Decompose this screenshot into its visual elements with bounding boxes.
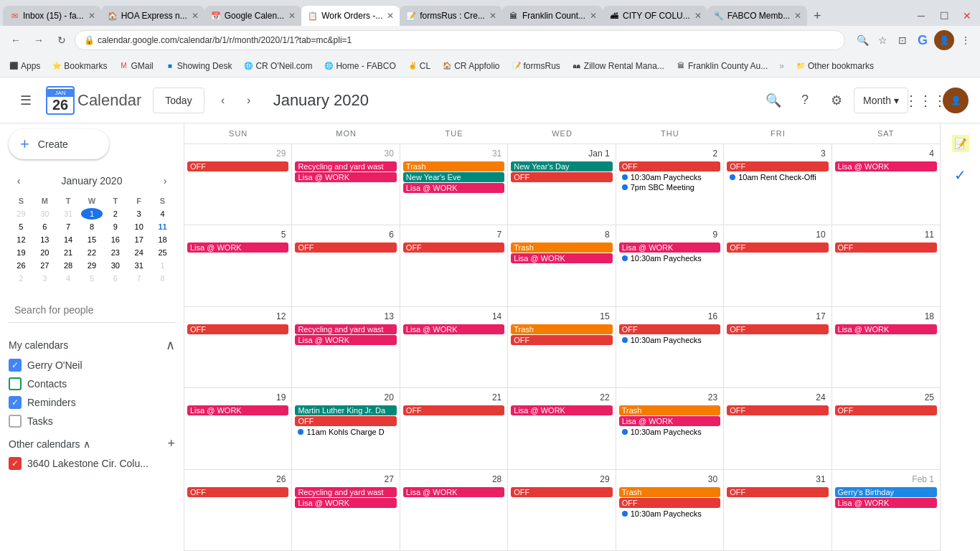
event-paychecks-jan30[interactable]: 10:30am Paychecks	[619, 509, 720, 519]
event-off-jan10[interactable]: OFF	[727, 242, 828, 253]
day-cell-jan20[interactable]: 20 Martin Luther King Jr. Da OFF 11am Ko…	[292, 388, 400, 468]
mini-day-6[interactable]: 6	[34, 221, 56, 232]
mini-day-27[interactable]: 27	[34, 260, 56, 271]
mini-day-23[interactable]: 23	[104, 247, 126, 258]
day-cell-jan24[interactable]: 24 OFF	[724, 388, 831, 468]
mini-day-5[interactable]: 5	[10, 221, 32, 232]
event-off-jan20[interactable]: OFF	[295, 416, 396, 426]
lens-icon[interactable]: 🔍	[854, 32, 871, 49]
side-panel-check-button[interactable]: ✓	[946, 161, 975, 189]
mini-day-7o[interactable]: 7	[128, 273, 150, 284]
bookmark-showingdesk[interactable]: ■ Showing Desk	[162, 60, 235, 72]
event-recycling-jan13[interactable]: Recycling and yard wast	[295, 324, 396, 334]
event-trash-dec31[interactable]: Trash	[403, 161, 504, 171]
day-cell-jan1[interactable]: Jan 1 New Year's Day OFF	[508, 144, 616, 225]
back-button[interactable]: ←	[6, 30, 26, 50]
day-cell-jan16[interactable]: 16 OFF 10:30am Paychecks	[616, 307, 724, 387]
bookmark-franklin[interactable]: 🏛 Franklin County Au...	[673, 60, 771, 72]
day-cell-jan25[interactable]: 25 OFF	[832, 388, 940, 468]
bookmark-apps[interactable]: ⬛ Apps	[6, 60, 43, 72]
prev-month-button[interactable]: ‹	[210, 88, 236, 113]
event-off-jan15[interactable]: OFF	[511, 335, 612, 345]
mini-day-28[interactable]: 28	[57, 260, 80, 271]
cal-item-reminders[interactable]: ✓ Reminders	[9, 393, 175, 412]
mini-day-30o[interactable]: 30	[34, 208, 56, 220]
day-cell-jan18[interactable]: 18 Lisa @ WORK	[832, 307, 940, 387]
settings-button[interactable]: ⚙	[822, 86, 851, 115]
event-off-jan3[interactable]: OFF	[727, 161, 828, 171]
event-off-jan1[interactable]: OFF	[511, 172, 612, 182]
event-paychecks-jan16[interactable]: 10:30am Paychecks	[619, 335, 720, 345]
mini-prev-button[interactable]: ‹	[9, 171, 29, 191]
day-cell-dec31[interactable]: 31 Trash New Year's Eve Lisa @ WORK	[400, 144, 508, 225]
event-off-jan11[interactable]: OFF	[835, 242, 937, 253]
mini-day-31o[interactable]: 31	[57, 208, 80, 220]
star-icon[interactable]: ☆	[874, 32, 891, 49]
event-paychecks-jan23[interactable]: 10:30am Paychecks	[619, 427, 720, 437]
event-nye-dec31[interactable]: New Year's Eve	[403, 172, 504, 182]
google-apps-button[interactable]: ⋮⋮⋮	[911, 86, 940, 115]
tab-hoa[interactable]: 🏠 HOA Express n... ✕	[101, 6, 204, 26]
menu-icon[interactable]: ⋮	[957, 32, 974, 49]
day-cell-jan9[interactable]: 9 Lisa @ WORK 10:30am Paychecks	[616, 225, 724, 306]
day-cell-dec30[interactable]: 30 Recycling and yard wast Lisa @ WORK	[292, 144, 400, 225]
event-lisa-jan23[interactable]: Lisa @ WORK	[619, 416, 720, 426]
bookmark-bookmarks[interactable]: ⭐ Bookmarks	[49, 60, 110, 72]
event-lisa-jan4[interactable]: Lisa @ WORK	[835, 161, 937, 171]
day-cell-jan21[interactable]: 21 OFF	[400, 388, 508, 468]
profile-avatar[interactable]: 👤	[934, 30, 954, 50]
event-lisa-jan27[interactable]: Lisa @ WORK	[295, 498, 396, 508]
event-lisa-jan14[interactable]: Lisa @ WORK	[403, 324, 504, 334]
mini-day-25[interactable]: 25	[151, 247, 174, 258]
search-button[interactable]: 🔍	[759, 86, 788, 115]
add-other-calendar-button[interactable]: +	[167, 436, 175, 451]
next-month-button[interactable]: ›	[236, 88, 262, 113]
event-lisa-jan19[interactable]: Lisa @ WORK	[187, 405, 288, 415]
cal-checkbox-tasks[interactable]	[9, 415, 22, 428]
mini-day-29o[interactable]: 29	[10, 208, 32, 220]
day-cell-jan4[interactable]: 4 Lisa @ WORK	[832, 144, 940, 225]
help-button[interactable]: ?	[791, 86, 819, 115]
event-trash-jan15[interactable]: Trash	[511, 324, 612, 334]
mini-day-4[interactable]: 4	[151, 208, 174, 220]
event-lisa-jan8[interactable]: Lisa @ WORK	[511, 253, 612, 263]
cal-checkbox-reminders[interactable]: ✓	[9, 396, 22, 409]
event-gerrybday-feb1[interactable]: Gerry's Birthday	[835, 487, 937, 497]
day-cell-jan15[interactable]: 15 Trash OFF	[508, 307, 616, 387]
cal-checkbox-lakestone[interactable]: ✓	[9, 457, 22, 470]
tab-close-formsrus[interactable]: ✕	[489, 11, 496, 21]
search-people-input[interactable]	[9, 297, 175, 323]
mini-day-8o[interactable]: 8	[151, 273, 174, 284]
cal-checkbox-gerry[interactable]: ✓	[9, 359, 22, 372]
event-lisa-jan22[interactable]: Lisa @ WORK	[511, 405, 612, 415]
bookmark-homefabco[interactable]: 🌐 Home - FABCO	[321, 60, 398, 72]
event-trash-jan8[interactable]: Trash	[511, 242, 612, 253]
day-cell-jan10[interactable]: 10 OFF	[724, 225, 831, 306]
event-sbc-jan2[interactable]: 7pm SBC Meeting	[619, 182, 720, 192]
minimize-button[interactable]: ─	[911, 6, 931, 26]
mini-day-31[interactable]: 31	[128, 260, 150, 271]
mini-day-6o[interactable]: 6	[104, 273, 126, 284]
mini-next-button[interactable]: ›	[155, 171, 175, 191]
tab-workorders[interactable]: 📋 Work Orders -... ✕	[301, 6, 400, 26]
tab-close-gmail[interactable]: ✕	[88, 11, 95, 21]
mini-day-14[interactable]: 14	[57, 234, 80, 245]
mini-day-13[interactable]: 13	[34, 234, 56, 245]
mini-day-19[interactable]: 19	[10, 247, 32, 258]
day-cell-jan27[interactable]: 27 Recycling and yard wast Lisa @ WORK	[292, 470, 400, 550]
day-cell-jan19[interactable]: 19 Lisa @ WORK	[184, 388, 292, 468]
event-off-jan6[interactable]: OFF	[295, 242, 396, 253]
day-cell-jan14[interactable]: 14 Lisa @ WORK	[400, 307, 508, 387]
mini-day-3[interactable]: 3	[128, 208, 150, 220]
event-trash-jan23[interactable]: Trash	[619, 405, 720, 415]
mini-day-2o[interactable]: 2	[10, 273, 32, 284]
tab-city[interactable]: 🏙 CITY OF COLU... ✕	[603, 6, 707, 26]
event-lisa-jan5[interactable]: Lisa @ WORK	[187, 242, 288, 253]
event-paychecks-jan2[interactable]: 10:30am Paychecks	[619, 172, 720, 182]
tab-fabco[interactable]: 🔧 FABCO Memb... ✕	[707, 6, 807, 26]
day-cell-jan8[interactable]: 8 Trash Lisa @ WORK	[508, 225, 616, 306]
event-off-dec29[interactable]: OFF	[187, 161, 288, 171]
day-cell-jan5[interactable]: 5 Lisa @ WORK	[184, 225, 292, 306]
event-lisa-dec30[interactable]: Lisa @ WORK	[295, 172, 396, 182]
mini-day-2[interactable]: 2	[104, 208, 126, 220]
